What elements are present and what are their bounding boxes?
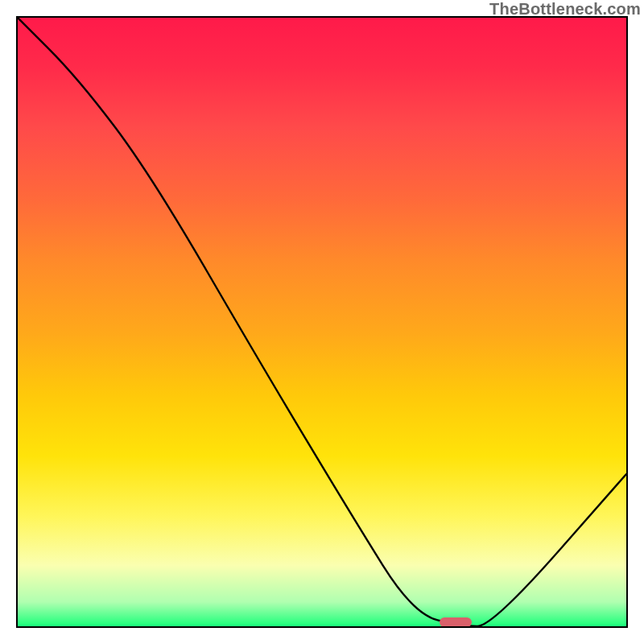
bottleneck-curve [18,18,626,626]
chart-container: TheBottleneck.com [0,0,644,644]
optimum-marker [440,617,472,627]
curve-svg [18,18,626,626]
plot-area [16,16,628,628]
